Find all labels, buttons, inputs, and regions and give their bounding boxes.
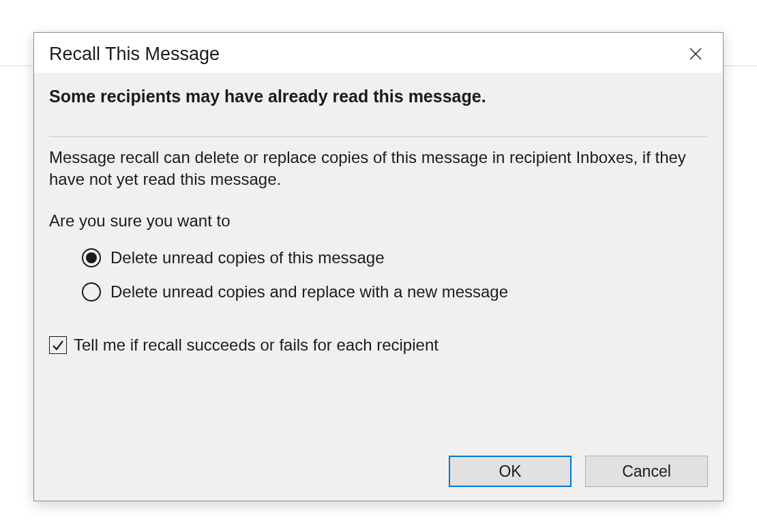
recall-message-dialog: Recall This Message Some recipients may … (33, 32, 724, 501)
dialog-title: Recall This Message (49, 44, 220, 65)
checkmark-icon (51, 338, 65, 352)
ok-button[interactable]: OK (449, 456, 572, 487)
cancel-button[interactable]: Cancel (585, 456, 708, 487)
dialog-heading: Some recipients may have already read th… (49, 87, 708, 106)
radio-selected-dot (86, 252, 97, 263)
notify-checkbox-row[interactable]: Tell me if recall succeeds or fails for … (49, 336, 708, 355)
option-delete-unread[interactable]: Delete unread copies of this message (82, 248, 708, 267)
checkbox-icon (49, 336, 67, 354)
close-icon (689, 47, 702, 61)
checkbox-label: Tell me if recall succeeds or fails for … (74, 336, 439, 355)
recall-options: Delete unread copies of this message Del… (82, 248, 708, 316)
option-delete-and-replace[interactable]: Delete unread copies and replace with a … (82, 282, 708, 301)
radio-icon (82, 248, 101, 267)
divider (49, 136, 708, 137)
dialog-body: Some recipients may have already read th… (34, 73, 723, 501)
dialog-buttons: OK Cancel (49, 456, 708, 487)
dialog-titlebar: Recall This Message (34, 33, 723, 73)
dialog-description: Message recall can delete or replace cop… (49, 147, 708, 191)
dialog-prompt: Are you sure you want to (49, 211, 708, 231)
option-label: Delete unread copies of this message (110, 248, 385, 267)
close-button[interactable] (683, 42, 708, 66)
option-label: Delete unread copies and replace with a … (110, 282, 508, 301)
radio-icon (82, 282, 101, 301)
